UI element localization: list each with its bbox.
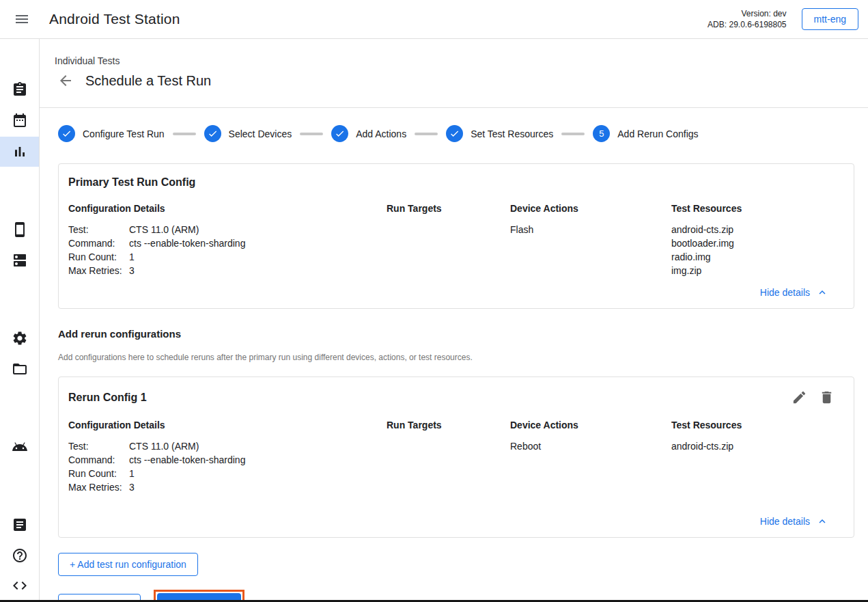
hide-details-toggle[interactable]: Hide details — [68, 286, 844, 299]
run-targets-column: Run Targets — [387, 203, 510, 277]
step-5-number-circle[interactable]: 5 — [593, 125, 610, 142]
detail-key: Test: — [68, 223, 129, 236]
assignment-icon — [12, 81, 28, 98]
step-connector — [173, 133, 196, 135]
version-info: Version: dev ADB: 29.0.6-6198805 — [708, 8, 786, 30]
step-3-completed-circle[interactable] — [331, 125, 348, 142]
rerun-section-description: Add configurations here to schedule reru… — [58, 353, 854, 362]
sidebar-item-test-runs[interactable] — [12, 143, 28, 160]
sidebar-item-file-browser[interactable] — [12, 361, 28, 377]
sidebar-item-hosts[interactable] — [12, 252, 28, 269]
detail-row: Max Retries: 3 — [68, 480, 387, 494]
check-icon — [335, 128, 345, 139]
step-connector — [561, 133, 585, 135]
step-1-completed-circle[interactable] — [58, 125, 75, 142]
stepper: Configure Test Run Select Devices Add Ac… — [58, 125, 854, 142]
check-icon — [61, 128, 72, 139]
detail-key: Max Retries: — [68, 264, 129, 277]
device-actions-column: Device Actions Flash — [510, 203, 671, 277]
folder-icon — [12, 361, 28, 377]
delete-icon[interactable] — [819, 389, 835, 405]
detail-row: Command: cts --enable-token-sharding — [68, 453, 387, 467]
test-resource-item: bootloader.img — [671, 236, 844, 250]
test-resource-item: radio.img — [671, 250, 844, 264]
rerun-card-title: Rerun Config 1 — [68, 392, 147, 404]
detail-key: Command: — [68, 453, 129, 467]
test-resource-item: img.zip — [671, 264, 844, 277]
calendar-icon — [12, 112, 28, 128]
bar-chart-icon — [12, 143, 28, 160]
step-connector — [300, 133, 323, 135]
main-content: Individual Tests Schedule a Test Run Con… — [40, 39, 868, 602]
step-connector — [415, 133, 438, 135]
detail-value: cts --enable-token-sharding — [129, 453, 245, 467]
device-actions-header: Device Actions — [510, 203, 671, 214]
sidebar-item-help[interactable] — [12, 547, 28, 564]
step-4-label: Set Test Resources — [471, 128, 553, 139]
sidebar-item-code[interactable] — [12, 577, 28, 594]
configuration-details-header: Configuration Details — [68, 203, 387, 214]
settings-gear-icon — [12, 330, 28, 346]
detail-row: Test: CTS 11.0 (ARM) — [68, 223, 387, 236]
account-button[interactable]: mtt-eng — [802, 8, 858, 30]
configuration-details-header: Configuration Details — [68, 420, 387, 430]
step-add-actions: Add Actions — [331, 125, 406, 142]
device-actions-column: Device Actions Reboot — [510, 420, 671, 506]
step-2-completed-circle[interactable] — [204, 125, 221, 142]
test-resources-column: Test Resources android-cts.zip — [671, 420, 844, 506]
step-add-rerun-configs: 5 Add Rerun Configs — [593, 125, 698, 142]
run-targets-column: Run Targets — [387, 420, 510, 506]
test-resources-header: Test Resources — [671, 203, 844, 214]
primary-test-run-config-card: Primary Test Run Config Configuration De… — [58, 163, 854, 309]
sidebar-item-settings[interactable] — [12, 330, 28, 346]
check-icon — [449, 128, 460, 139]
back-arrow-icon[interactable] — [57, 72, 74, 89]
step-3-label: Add Actions — [356, 128, 406, 139]
step-5-label: Add Rerun Configs — [617, 128, 698, 139]
top-app-bar: Android Test Station Version: dev ADB: 2… — [0, 0, 868, 39]
android-icon — [12, 437, 28, 454]
page-title: Schedule a Test Run — [85, 73, 211, 89]
sidebar-nav — [0, 39, 40, 602]
test-resource-item: android-cts.zip — [671, 439, 844, 453]
sidebar-item-schedule[interactable] — [12, 112, 28, 128]
add-test-run-configuration-button[interactable]: + Add test run configuration — [58, 553, 198, 576]
step-4-completed-circle[interactable] — [446, 125, 463, 142]
edit-icon[interactable] — [792, 389, 807, 405]
help-icon — [12, 547, 28, 564]
code-icon — [12, 577, 28, 594]
detail-value: 3 — [129, 264, 135, 277]
step-set-test-resources: Set Test Resources — [446, 125, 553, 142]
detail-key: Command: — [68, 236, 129, 250]
version-label: Version: dev — [741, 9, 786, 18]
detail-row: Run Count: 1 — [68, 467, 387, 480]
dns-icon — [12, 252, 28, 269]
step-configure-test-run: Configure Test Run — [58, 125, 165, 142]
detail-value: 1 — [129, 467, 135, 480]
chevron-up-icon — [816, 515, 828, 528]
sidebar-item-test-suites[interactable] — [12, 81, 28, 98]
configuration-details-column: Configuration Details Test: CTS 11.0 (AR… — [68, 420, 387, 506]
smartphone-icon — [12, 221, 28, 238]
detail-value: 1 — [129, 250, 135, 264]
hide-details-toggle[interactable]: Hide details — [68, 515, 844, 528]
detail-key: Run Count: — [68, 250, 129, 264]
hamburger-menu-icon[interactable] — [14, 11, 30, 27]
detail-value: 3 — [129, 480, 135, 494]
detail-key: Max Retries: — [68, 480, 129, 494]
hide-details-label: Hide details — [760, 516, 810, 527]
test-resources-column: Test Resources android-cts.zip bootloade… — [671, 203, 844, 277]
device-actions-header: Device Actions — [510, 420, 671, 430]
sidebar-item-devices[interactable] — [12, 221, 28, 238]
sidebar-item-android[interactable] — [12, 437, 28, 454]
sidebar-item-docs[interactable] — [12, 517, 28, 533]
detail-row: Test: CTS 11.0 (ARM) — [68, 439, 387, 453]
test-resources-header: Test Resources — [671, 420, 844, 430]
detail-value: cts --enable-token-sharding — [129, 236, 245, 250]
detail-row: Run Count: 1 — [68, 250, 387, 264]
detail-value: CTS 11.0 (ARM) — [129, 439, 199, 453]
configuration-details-column: Configuration Details Test: CTS 11.0 (AR… — [68, 203, 387, 277]
check-icon — [208, 128, 218, 139]
hide-details-label: Hide details — [760, 287, 810, 298]
page-header: Individual Tests Schedule a Test Run — [40, 39, 868, 108]
